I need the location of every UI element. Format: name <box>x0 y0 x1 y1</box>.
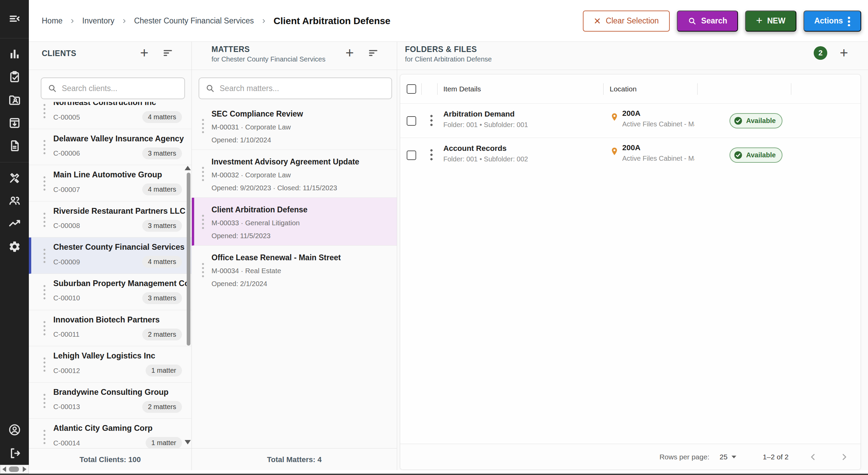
client-row[interactable]: Northeast Construction Inc C-000054 matt… <box>29 102 191 129</box>
select-all-checkbox[interactable] <box>407 84 416 94</box>
drag-handle-icon[interactable] <box>43 139 46 155</box>
kebab-menu-icon <box>848 16 850 26</box>
breadcrumb-client[interactable]: Chester County Financial Services <box>134 16 254 25</box>
drag-handle-icon[interactable] <box>43 429 46 444</box>
matter-meta: M-00032 · Corporate Law <box>211 171 390 179</box>
rows-per-page-select[interactable]: 25 <box>720 453 736 461</box>
tools-icon[interactable] <box>8 172 21 184</box>
column-item-details: Item Details <box>443 85 481 93</box>
collapse-menu-icon[interactable] <box>8 12 21 25</box>
new-button[interactable]: + NEW <box>745 11 796 32</box>
breadcrumb: Home Inventory Chester County Financial … <box>42 0 390 42</box>
search-matters-input[interactable] <box>220 84 385 93</box>
folders-title: FOLDERS & FILES <box>405 45 477 54</box>
client-row[interactable]: Suburban Property Management Co C-000103… <box>29 274 191 310</box>
toolbar-actions: ✕ Clear Selection Search + NEW Actions <box>583 0 861 42</box>
clear-selection-button[interactable]: ✕ Clear Selection <box>583 11 670 32</box>
location-detail: Active Files Cabinet - Main <box>622 120 695 128</box>
row-checkbox[interactable] <box>407 116 416 126</box>
client-folders-icon[interactable] <box>8 94 21 107</box>
account-icon[interactable] <box>8 423 21 436</box>
check-circle-icon <box>734 116 743 125</box>
search-button[interactable]: Search <box>677 11 738 32</box>
drag-handle-icon[interactable] <box>202 214 204 229</box>
add-file-button[interactable]: + <box>837 46 851 60</box>
file-row[interactable]: Arbitration Demand Folder: 001 • Subfold… <box>400 103 861 138</box>
drag-handle-icon[interactable] <box>43 175 46 191</box>
drag-handle-icon[interactable] <box>43 320 46 336</box>
matter-row[interactable]: SEC Compliance Review M-00031 · Corporat… <box>192 102 397 150</box>
search-clients-input[interactable] <box>62 84 178 93</box>
scrollbar-thumb[interactable] <box>9 467 19 472</box>
scroll-down-icon[interactable] <box>185 440 191 444</box>
location-pin-icon <box>609 112 620 124</box>
row-checkbox[interactable] <box>407 151 416 160</box>
client-id: C-00008 <box>53 222 80 230</box>
add-matter-button[interactable]: + <box>343 46 357 60</box>
previous-page-button[interactable] <box>806 450 820 464</box>
client-row[interactable]: Atlantic City Gaming Corp C-000141 matte… <box>29 419 191 448</box>
main-content: CLIENTS + Northeast Construction Inc C-0… <box>29 42 868 470</box>
drag-handle-icon[interactable] <box>43 103 46 119</box>
sort-clients-icon[interactable] <box>161 46 175 60</box>
actions-button[interactable]: Actions <box>804 11 861 32</box>
client-id: C-00011 <box>53 330 79 338</box>
tasks-clipboard-icon[interactable] <box>8 70 21 83</box>
file-title: Account Records <box>443 144 506 153</box>
drag-handle-icon[interactable] <box>43 356 46 372</box>
matter-row-selected[interactable]: Client Arbitration Defense M-00033 · Gen… <box>192 198 397 246</box>
scroll-right-icon[interactable] <box>23 467 26 472</box>
settings-gear-icon[interactable] <box>8 240 21 253</box>
documents-icon[interactable] <box>8 139 21 152</box>
matter-row[interactable]: Office Lease Renewal - Main Street M-000… <box>192 246 397 294</box>
kebab-menu-icon[interactable] <box>430 148 433 162</box>
scroll-left-icon[interactable] <box>2 467 6 472</box>
column-divider <box>437 83 438 95</box>
next-page-button[interactable] <box>837 450 851 464</box>
matter-search <box>199 77 392 99</box>
client-row[interactable]: Brandywine Consulting Group C-000132 mat… <box>29 383 191 419</box>
matter-row[interactable]: Investment Advisory Agreement Update M-0… <box>192 150 397 198</box>
client-id: C-00012 <box>53 367 80 375</box>
matter-dates: Opened: 1/10/2024 <box>211 136 390 144</box>
sort-matters-icon[interactable] <box>366 46 381 60</box>
drag-handle-icon[interactable] <box>43 212 46 227</box>
client-id: C-00014 <box>53 439 80 447</box>
breadcrumb-home[interactable]: Home <box>42 16 62 25</box>
breadcrumb-inventory[interactable]: Inventory <box>82 16 114 25</box>
horizontal-scrollbar[interactable] <box>0 465 29 474</box>
file-subtitle: Folder: 001 • Subfolder: 001 <box>443 121 528 129</box>
team-icon[interactable] <box>8 194 21 207</box>
client-row[interactable]: Lehigh Valley Logistics Inc C-000121 mat… <box>29 346 191 383</box>
file-row[interactable]: Account Records Folder: 001 • Subfolder:… <box>400 138 861 172</box>
scrollbar-thumb[interactable] <box>187 173 190 346</box>
client-name: Delaware Valley Insurance Agency <box>53 134 182 143</box>
drag-handle-icon[interactable] <box>43 284 46 300</box>
kebab-menu-icon[interactable] <box>430 114 433 127</box>
archive-inbox-icon[interactable] <box>8 117 21 129</box>
analytics-icon[interactable] <box>8 48 21 60</box>
drag-handle-icon[interactable] <box>43 248 46 263</box>
add-client-button[interactable]: + <box>137 46 151 60</box>
client-row[interactable]: Riverside Restaurant Partners LLC C-0000… <box>29 201 191 238</box>
drag-handle-icon[interactable] <box>202 166 204 181</box>
drag-handle-icon[interactable] <box>43 393 46 408</box>
client-id: C-00006 <box>53 149 80 157</box>
client-row[interactable]: Innovation Biotech Partners C-000112 mat… <box>29 310 191 347</box>
trends-icon[interactable] <box>8 217 21 230</box>
drag-handle-icon[interactable] <box>202 118 204 134</box>
status-badge: Available <box>730 113 782 128</box>
drag-handle-icon[interactable] <box>202 262 204 278</box>
divider <box>29 448 191 448</box>
chevron-right-icon <box>122 18 127 24</box>
client-row[interactable]: Delaware Valley Insurance Agency C-00006… <box>29 129 191 165</box>
client-id: C-00009 <box>53 258 80 266</box>
client-row[interactable]: Main Line Automotive Group C-000074 matt… <box>29 165 191 201</box>
client-row-selected[interactable]: Chester County Financial Services C-0000… <box>29 238 191 274</box>
matter-dates: Opened: 11/5/2023 <box>211 232 390 240</box>
matters-count-badge: 3 matters <box>142 147 182 159</box>
matters-total: Total Matters: 4 <box>192 449 397 470</box>
scroll-up-icon[interactable] <box>185 166 191 170</box>
logout-icon[interactable] <box>8 447 21 460</box>
column-location: Location <box>610 85 636 93</box>
